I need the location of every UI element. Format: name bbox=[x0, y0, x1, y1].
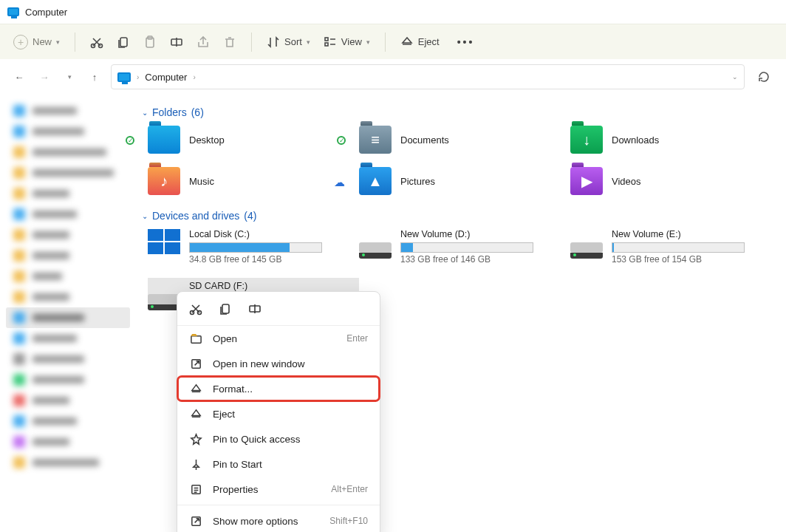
view-label: View bbox=[341, 36, 362, 47]
cloud-icon: ☁ bbox=[334, 176, 345, 189]
newwin-icon bbox=[189, 357, 202, 370]
new-button[interactable]: + New ▾ bbox=[7, 30, 66, 54]
new-label: New bbox=[33, 36, 52, 47]
paste-button[interactable] bbox=[137, 31, 163, 53]
drive-free: 153 GB free of 154 GB bbox=[612, 254, 745, 265]
rename-button[interactable] bbox=[248, 302, 262, 318]
sort-button[interactable]: Sort ▾ bbox=[261, 31, 316, 53]
drive-item[interactable]: Local Disk (C:)34.8 GB free of 145 GB bbox=[148, 229, 359, 265]
menu-item-pin-to-start[interactable]: Pin to Start bbox=[177, 451, 380, 477]
chevron-down-icon: ▾ bbox=[56, 38, 60, 46]
disk-icon bbox=[359, 242, 392, 253]
drives-header[interactable]: ⌄ Devices and drives (4) bbox=[142, 210, 782, 222]
view-icon bbox=[324, 35, 337, 49]
svg-rect-2 bbox=[120, 38, 127, 47]
back-button[interactable]: ← bbox=[10, 68, 28, 86]
copy-button[interactable] bbox=[219, 302, 232, 318]
recent-button[interactable]: ▾ bbox=[61, 68, 78, 86]
menu-item-format[interactable]: Format... bbox=[177, 376, 380, 401]
folder-name: Music bbox=[189, 176, 214, 187]
folder-item[interactable]: ≡Documents bbox=[359, 126, 570, 154]
folder-item[interactable]: ↓Downloads bbox=[570, 126, 782, 154]
menu-item-open[interactable]: OpenEnter bbox=[177, 326, 380, 351]
menu-item-label: Eject bbox=[213, 409, 235, 420]
folder-item[interactable]: ▶Videos bbox=[570, 167, 782, 195]
menu-item-properties[interactable]: PropertiesAlt+Enter bbox=[177, 477, 380, 502]
disk-icon bbox=[570, 242, 603, 253]
title-bar: Computer bbox=[0, 0, 786, 24]
chevron-down-icon[interactable]: ⌄ bbox=[732, 73, 738, 81]
star-icon bbox=[189, 432, 202, 446]
command-bar: + New ▾ Sort ▾ View ▾ Eject ••• bbox=[0, 24, 786, 59]
windows-icon bbox=[148, 229, 180, 254]
refresh-button[interactable] bbox=[752, 65, 776, 89]
chevron-down-icon: ▾ bbox=[307, 38, 310, 46]
chevron-down-icon: ▾ bbox=[366, 38, 370, 46]
drive-name: Local Disk (C:) bbox=[189, 229, 322, 239]
ellipsis-icon: ••• bbox=[453, 36, 479, 48]
drives-label: Devices and drives bbox=[152, 210, 239, 222]
folders-header[interactable]: ⌄ Folders (6) bbox=[142, 106, 782, 118]
folder-item[interactable]: ♪Music bbox=[148, 167, 359, 195]
svg-rect-12 bbox=[191, 335, 200, 342]
menu-item-pin-to-quick-access[interactable]: Pin to Quick access bbox=[177, 426, 380, 451]
menu-item-label: Open bbox=[213, 333, 237, 344]
address-bar[interactable]: › Computer › ⌄ bbox=[111, 64, 745, 89]
sidebar-item-computer[interactable] bbox=[6, 307, 130, 328]
folder-name: Documents bbox=[400, 134, 449, 146]
format-icon bbox=[189, 382, 202, 395]
drives-count: (4) bbox=[244, 210, 256, 222]
capacity-bar bbox=[612, 242, 745, 253]
menu-item-shortcut: Alt+Enter bbox=[331, 484, 368, 494]
capacity-bar bbox=[189, 242, 322, 253]
drive-item[interactable]: New Volume (D:)133 GB free of 146 GB bbox=[359, 229, 570, 265]
sort-label: Sort bbox=[284, 36, 302, 47]
copy-icon bbox=[219, 302, 232, 316]
forward-button[interactable]: → bbox=[35, 68, 53, 86]
navigation-pane[interactable] bbox=[0, 95, 136, 532]
folder-item[interactable]: ☁▲Pictures bbox=[359, 167, 570, 195]
folder-name: Videos bbox=[612, 176, 641, 187]
plus-icon: + bbox=[13, 35, 28, 50]
copy-icon bbox=[117, 35, 130, 49]
cut-button[interactable] bbox=[189, 302, 202, 318]
menu-item-label: Properties bbox=[213, 484, 259, 495]
capacity-bar bbox=[400, 242, 533, 253]
folder-icon bbox=[189, 332, 202, 345]
menu-item-label: Show more options bbox=[213, 516, 298, 527]
rename-icon bbox=[248, 302, 262, 316]
menu-item-eject[interactable]: Eject bbox=[177, 401, 380, 426]
breadcrumb-root[interactable]: Computer bbox=[145, 72, 187, 83]
refresh-icon bbox=[758, 71, 770, 83]
pin-icon bbox=[189, 457, 202, 471]
copy-button[interactable] bbox=[111, 31, 136, 53]
folder-icon: ↓ bbox=[570, 126, 603, 154]
chevron-down-icon: ⌄ bbox=[142, 212, 148, 220]
drive-name: New Volume (D:) bbox=[400, 229, 533, 239]
disk-icon bbox=[148, 294, 180, 304]
menu-item-open-in-new-window[interactable]: Open in new window bbox=[177, 351, 380, 376]
view-button[interactable]: View ▾ bbox=[318, 31, 376, 53]
chevron-right-icon: › bbox=[193, 73, 195, 81]
rename-button[interactable] bbox=[164, 31, 189, 53]
folder-item[interactable]: Desktop bbox=[148, 126, 359, 154]
computer-icon bbox=[117, 72, 131, 82]
drive-item[interactable]: New Volume (E:)153 GB free of 154 GB bbox=[570, 229, 782, 265]
share-button[interactable] bbox=[191, 31, 216, 53]
eject-label: Eject bbox=[418, 36, 440, 47]
eject-icon bbox=[189, 407, 202, 420]
menu-item-label: Pin to Start bbox=[213, 459, 262, 470]
delete-button[interactable] bbox=[217, 31, 242, 53]
up-button[interactable]: ↑ bbox=[86, 68, 103, 86]
cut-button[interactable] bbox=[84, 31, 109, 53]
menu-item-show-more-options[interactable]: Show more optionsShift+F10 bbox=[177, 508, 380, 532]
props-icon bbox=[189, 482, 202, 496]
window-title: Computer bbox=[25, 7, 67, 18]
trash-icon bbox=[223, 35, 236, 49]
eject-button[interactable]: Eject bbox=[394, 31, 445, 53]
menu-item-label: Pin to Quick access bbox=[213, 434, 301, 445]
more-button[interactable]: ••• bbox=[447, 32, 485, 52]
folder-name: Pictures bbox=[400, 176, 435, 187]
chevron-right-icon: › bbox=[137, 73, 139, 81]
clipboard-icon bbox=[143, 35, 157, 49]
